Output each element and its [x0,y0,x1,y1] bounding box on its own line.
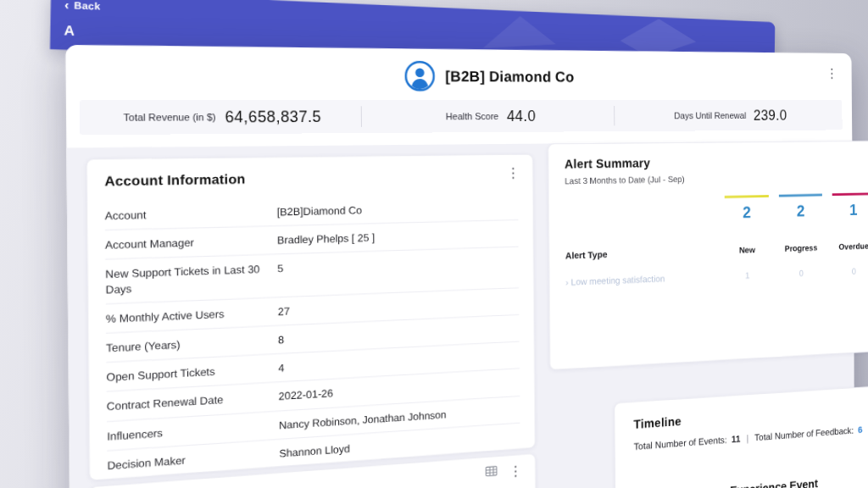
field-label: Influencers [107,418,279,443]
alert-type-label: Low meeting satisfaction [571,274,665,287]
total-value: 2 [743,203,751,221]
alert-table-row: › Low meeting satisfaction 1 0 0 0 [549,262,868,288]
account-detail-sheet: ⋮ [B2B] Diamond Co Total Revenue (in $) … [65,45,855,488]
chevron-right-icon: › [565,277,569,287]
account-avatar-icon [404,60,435,92]
field-label: Account [105,205,277,224]
kpi-health-score: Health Score 44.0 [361,106,615,127]
cell-value: 1 [720,269,774,281]
account-info-rows: Account [B2B]Diamond Co Account Manager … [105,193,520,480]
total-value: 1 [849,201,857,218]
decorative-shape [483,14,557,51]
cell-value: 0 [775,268,828,280]
alert-total-new: 2 [725,195,769,222]
field-label: Contract Renewal Date [107,390,279,414]
alert-table-header-row: Alert Type New Progress Overdue Escalate… [549,237,868,261]
account-title: [B2B] Diamond Co [445,67,574,86]
feedback-count-link[interactable]: 6 [858,425,862,435]
alert-summary-card: Alert Summary Last 3 Months to Date (Jul… [548,140,868,370]
alert-total-progress: 2 [779,194,822,221]
field-label: New Support Tickets in Last 30 Days [105,262,277,297]
back-button[interactable]: ‹ Back [64,0,101,13]
events-label: Total Number of Events: [634,435,727,452]
account-header: [B2B] Diamond Co [65,58,851,92]
field-value: 27 [278,295,520,319]
alert-total-overdue: 1 [832,192,868,219]
feedback-label: Total Number of Feedback: [754,425,854,442]
column-header-overdue: Overdue [827,241,868,252]
column-header-alert-type: Alert Type [565,246,720,261]
kpi-total-revenue: Total Revenue (in $) 64,658,837.5 [80,108,361,127]
kpi-label: Days Until Renewal [674,111,746,121]
table-view-icon[interactable] [485,464,498,481]
total-value: 2 [797,202,805,219]
field-value: 5 [277,254,519,291]
dashboard-body: Account Information ⋮ Account [B2B]Diamo… [66,141,855,488]
field-label: % Monthly Active Users [106,304,278,326]
alert-type-expander[interactable]: › Low meeting satisfaction [565,271,720,287]
timeline-event-title: Experience Event [730,477,818,488]
field-value: Bradley Phelps [ 25 ] [277,227,519,247]
page-title-clipped: A [64,22,75,38]
card-title: Alert Summary [565,156,650,171]
timeline-meta: Total Number of Events: 11 | Total Numbe… [634,425,863,452]
kpi-label: Total Revenue (in $) [124,112,216,123]
column-header-progress: Progress [774,242,827,253]
cell-value: 0 [827,265,868,276]
field-label: Decision Maker [107,446,279,473]
kpi-value: 239.0 [754,107,787,124]
timeline-card: Timeline Total Number of Events: 11 | To… [614,380,868,488]
kpi-days-until-renewal: Days Until Renewal 239.0 [614,106,842,126]
alert-summary-subtitle: Last 3 Months to Date (Jul - Sep) [565,174,684,186]
screenshot-stage: ‹ Back A ⋮ [B2B] Diamond Co [0,0,868,488]
alert-totals-row: 2 2 1 0 [549,191,868,227]
field-label: Tenure (Years) [106,333,278,356]
card-title: Account Information [104,171,245,189]
account-information-card: Account Information ⋮ Account [B2B]Diamo… [86,153,535,480]
card-title: Timeline [633,414,681,431]
column-header-new: New [720,244,774,255]
kpi-value: 64,658,837.5 [225,108,321,126]
meta-separator: | [745,433,750,443]
field-value: [B2B]Diamond Co [277,200,519,219]
app-plane: ‹ Back A ⋮ [B2B] Diamond Co [0,0,868,488]
kpi-label: Health Score [446,111,498,121]
bottom-card-kebab-menu[interactable]: ⋮ [509,463,522,478]
kpi-value: 44.0 [507,108,536,125]
account-info-kebab-menu[interactable]: ⋮ [506,166,520,180]
back-chevron-icon: ‹ [64,0,70,11]
field-label: Account Manager [105,234,277,253]
kpi-strip: Total Revenue (in $) 64,658,837.5 Health… [80,100,843,135]
back-label: Back [74,0,101,12]
events-count: 11 [732,434,741,444]
field-label: Open Support Tickets [106,361,278,385]
